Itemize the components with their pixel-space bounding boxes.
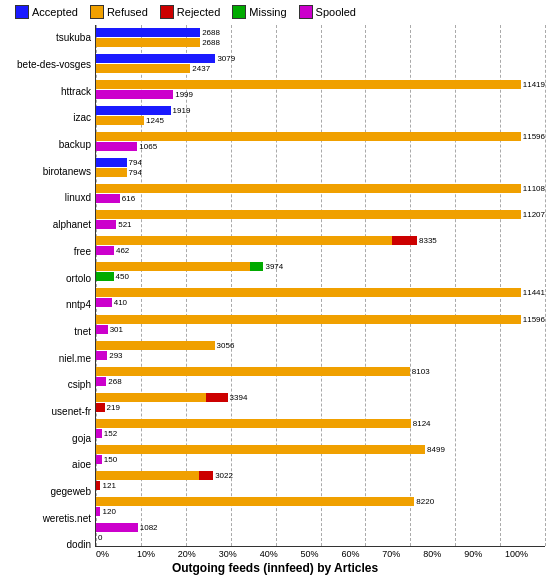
bar-value-label: 8220 [416,497,434,506]
bar-segment [96,262,250,271]
bar-segment [96,54,215,63]
bar-value-label: 11596 [523,315,545,324]
bar-segment [96,523,138,532]
bar-value-label: 11441 [523,288,545,297]
bar-segment [96,106,171,115]
y-label-backup: backup [5,140,91,150]
bar-row-bete-des-vosges: 30792437 [96,51,545,77]
bar-segment [96,142,137,151]
bar-row-backup: 115961065 [96,129,545,155]
legend-spooled: Spooled [299,5,356,19]
bar-segment [96,471,199,480]
bar-segment [96,377,106,386]
bar-segment [96,90,173,99]
y-label-usenet-fr: usenet-fr [5,407,91,417]
x-tick-80%: 80% [422,549,463,559]
bar-segment [96,419,411,428]
bar-value-label: 794 [129,158,142,167]
bar-segment [96,455,102,464]
bar-value-label: 2688 [202,38,220,47]
bar-value-label: 8499 [427,445,445,454]
bar-value-label: 3394 [230,393,248,402]
y-label-tnet: tnet [5,327,91,337]
bar-value-label: 616 [122,194,135,203]
bar-segment [96,497,414,506]
bar-segment [96,194,120,203]
bar-row-niel.me: 3056293 [96,338,545,364]
bar-row-httrack: 114191999 [96,77,545,103]
bar-row-birotanews: 794794 [96,155,545,181]
bar-value-label: 8103 [412,367,430,376]
bar-segment [96,481,100,490]
bar-value-label: 150 [104,455,117,464]
bar-segment [96,315,521,324]
chart-container: Accepted Refused Rejected Missing Spoole… [0,0,550,580]
legend-spooled-label: Spooled [316,6,356,18]
y-label-birotanews: birotanews [5,167,91,177]
x-tick-50%: 50% [300,549,341,559]
y-label-tsukuba: tsukuba [5,33,91,43]
bar-value-label: 293 [109,351,122,360]
bar-value-label: 8124 [413,419,431,428]
y-label-weretis.net: weretis.net [5,514,91,524]
bar-value-label: 410 [114,298,127,307]
bar-segment [96,210,521,219]
bar-row-izac: 19191245 [96,103,545,129]
bar-value-label: 0 [98,533,102,542]
bar-row-nntp4: 11441410 [96,285,545,311]
bar-segment [96,367,410,376]
y-label-httrack: httrack [5,87,91,97]
bar-value-label: 521 [118,220,131,229]
bar-row-alphanet: 11207521 [96,207,545,233]
bar-segment [96,116,144,125]
refused-icon [90,5,104,19]
bar-value-label: 120 [102,507,115,516]
legend-missing-label: Missing [249,6,286,18]
bar-value-label: 1065 [139,142,157,151]
y-label-csiph: csiph [5,380,91,390]
chart-title: Outgoing feeds (innfeed) by Articles [5,561,545,575]
bar-value-label: 11108 [523,184,545,193]
y-label-free: free [5,247,91,257]
bar-segment [392,236,417,245]
bar-value-label: 1999 [175,90,193,99]
bar-row-linuxd: 11108616 [96,181,545,207]
legend-accepted-label: Accepted [32,6,78,18]
legend-accepted: Accepted [15,5,78,19]
bar-value-label: 121 [102,481,115,490]
x-tick-10%: 10% [136,549,177,559]
bar-value-label: 794 [129,168,142,177]
x-tick-30%: 30% [218,549,259,559]
bar-value-label: 11207 [523,210,545,219]
bar-value-label: 301 [110,325,123,334]
bar-segment [96,220,116,229]
y-label-nntp4: nntp4 [5,300,91,310]
legend-refused: Refused [90,5,148,19]
missing-icon [232,5,246,19]
bar-segment [96,184,521,193]
bar-row-gegeweb: 3022121 [96,468,545,494]
bar-segment [96,236,392,245]
y-label-alphanet: alphanet [5,220,91,230]
x-tick-20%: 20% [177,549,218,559]
bar-segment [206,393,228,402]
bar-row-tnet: 11596301 [96,312,545,338]
bar-row-usenet-fr: 3394219 [96,390,545,416]
bar-segment [96,393,206,402]
bar-segment [96,132,521,141]
legend: Accepted Refused Rejected Missing Spoole… [15,5,545,19]
bar-segment [96,246,114,255]
accepted-icon [15,5,29,19]
x-tick-100%: 100% [504,549,545,559]
bar-segment [96,64,190,73]
bar-segment [96,445,425,454]
bar-segment [96,351,107,360]
bar-value-label: 11596 [523,132,545,141]
bar-row-dodin: 10820 [96,520,545,546]
bar-segment [96,403,105,412]
bar-segment [250,262,263,271]
bar-segment [96,325,108,334]
bar-row-aioe: 8499150 [96,442,545,468]
y-label-linuxd: linuxd [5,193,91,203]
bar-segment [199,471,213,480]
